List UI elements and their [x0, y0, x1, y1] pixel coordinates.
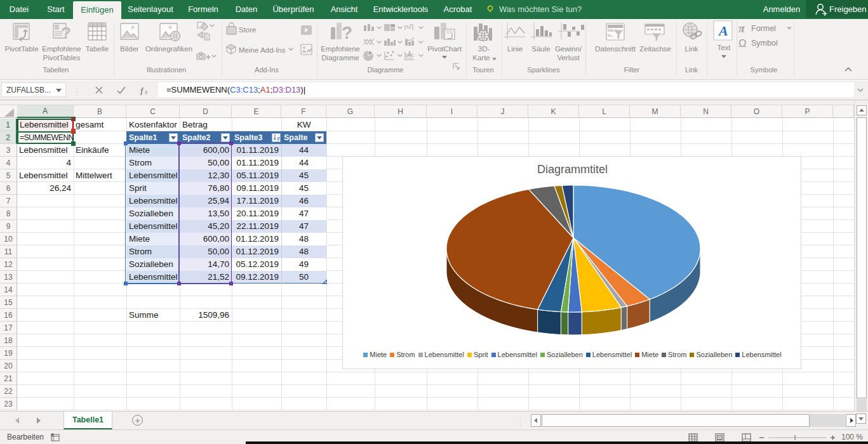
svg-text:Symbol: Symbol [751, 39, 778, 48]
svg-text:A: A [718, 23, 728, 39]
svg-text:?: ? [61, 23, 71, 42]
svg-text:Formel: Formel [751, 24, 776, 33]
svg-text:π: π [738, 22, 745, 35]
svg-text:?: ? [342, 23, 352, 42]
svg-text:f: f [140, 86, 144, 95]
svg-text:x: x [144, 88, 148, 95]
svg-text:Ω: Ω [738, 37, 747, 49]
